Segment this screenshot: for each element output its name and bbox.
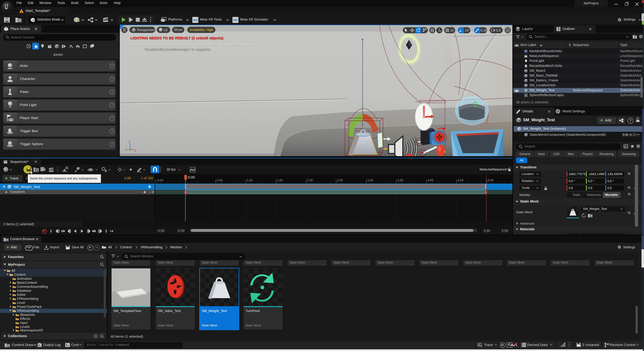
svg-text:X: X	[134, 149, 136, 152]
svg-text:Z: Z	[128, 140, 130, 144]
svg-text:-Y: -Y	[124, 149, 127, 152]
